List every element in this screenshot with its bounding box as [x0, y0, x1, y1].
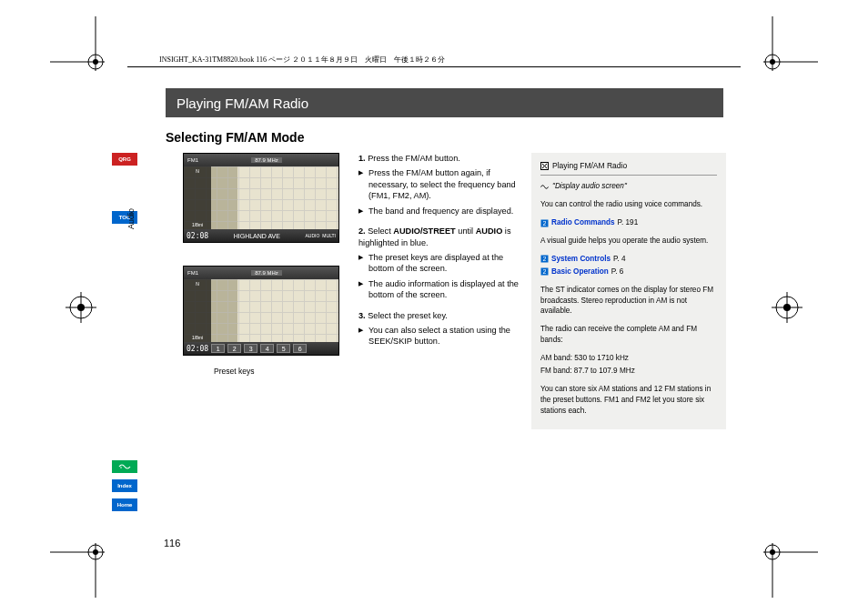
- cropmark-bottom-left: [50, 534, 114, 598]
- cropmark-bottom-right: [754, 534, 818, 598]
- link-icon: 2: [540, 219, 549, 227]
- info-p4: The radio can receive the complete AM an…: [540, 324, 717, 346]
- voice-command-icon: [540, 183, 549, 191]
- step-2-text: Select AUDIO/STREET until AUDIO is highl…: [358, 226, 511, 247]
- frequency-readout: 87.9 MHz: [251, 157, 282, 163]
- map-scale: 1/8mi: [192, 335, 203, 340]
- nav-index-button[interactable]: Index: [112, 479, 137, 492]
- step-2-sub-a: The preset keys are displayed at the bot…: [358, 252, 520, 275]
- street-name: HIGHLAND AVE: [211, 233, 302, 239]
- nav-home-button[interactable]: Home: [112, 498, 137, 511]
- info-am-band: AM band: 530 to 1710 kHz: [540, 353, 717, 364]
- band-indicator: FM1: [187, 270, 198, 276]
- preset-key-3: 3: [244, 344, 257, 353]
- svg-point-14: [765, 545, 780, 559]
- nav-screenshot-2: FM1 87.9 MHz N 1/8mi 02:08 1 2 3 4 5 6: [183, 266, 339, 356]
- svg-text:2: 2: [543, 268, 547, 275]
- svg-point-2: [88, 55, 103, 69]
- compass-north: N: [196, 168, 199, 174]
- svg-point-15: [770, 549, 775, 555]
- nav-qrg-button[interactable]: QRG: [112, 153, 137, 166]
- step-1-text: Press the FM/AM button.: [368, 154, 460, 163]
- preset-key-2: 2: [227, 344, 241, 353]
- step-1-sub-a: Press the FM/AM button again, if necessa…: [358, 167, 520, 201]
- section-label-audio: Audio: [126, 208, 136, 229]
- audio-toggle-icon: AUDIO: [306, 233, 320, 238]
- link-radio-commands[interactable]: 2 Radio Commands P. 191: [540, 217, 717, 228]
- compass-north: N: [196, 281, 199, 287]
- preset-key-1: 1: [211, 344, 225, 353]
- info-p3: The ST indicator comes on the display fo…: [540, 285, 717, 317]
- crossref-icon: [540, 162, 549, 170]
- info-p1: You can control the radio using voice co…: [540, 199, 717, 210]
- svg-point-23: [783, 304, 791, 311]
- nav-screenshot-1: FM1 87.9 MHz N 1/8mi 02:08 HIGHLAND AVE …: [183, 153, 339, 243]
- instruction-list: 1. Press the FM/AM button. Press the FM/…: [358, 153, 520, 357]
- clock-display: 02:08: [187, 232, 208, 240]
- preset-key-6: 6: [293, 344, 307, 353]
- step-3-sub-a: You can also select a station using the …: [358, 325, 520, 347]
- info-sidebar: Playing FM/AM Radio "Display audio scree…: [531, 153, 726, 429]
- multi-toggle-icon: MULTI: [322, 233, 336, 238]
- step-1-sub-b: The band and frequency are displayed.: [358, 206, 520, 216]
- instruction-step-1: 1. Press the FM/AM button. Press the FM/…: [358, 153, 520, 216]
- svg-point-3: [93, 59, 98, 65]
- link-icon: 2: [540, 255, 549, 263]
- info-fm-band: FM band: 87.7 to 107.9 MHz: [540, 366, 717, 377]
- step-2-sub-b: The audio information is displayed at th…: [358, 278, 520, 301]
- preset-key-4: 4: [260, 344, 274, 353]
- page-number: 116: [164, 538, 180, 549]
- cropmark-top-right: [754, 16, 818, 80]
- instruction-step-2: 2. Select AUDIO/STREET until AUDIO is hi…: [358, 226, 520, 301]
- preset-key-5: 5: [277, 344, 290, 353]
- band-indicator: FM1: [187, 157, 198, 163]
- info-p6: You can store six AM stations and 12 FM …: [540, 384, 717, 417]
- info-p2: A visual guide helps you operate the aud…: [540, 236, 717, 247]
- screenshot-caption: Preset keys: [214, 367, 254, 376]
- info-heading: Playing FM/AM Radio: [540, 160, 717, 171]
- step-3-text: Select the preset key.: [368, 311, 448, 320]
- svg-point-10: [88, 545, 103, 559]
- link-icon: 2: [540, 267, 549, 276]
- svg-point-6: [765, 55, 780, 69]
- svg-text:2: 2: [543, 220, 547, 226]
- svg-text:2: 2: [543, 256, 547, 262]
- voice-command-quote: "Display audio screen": [540, 181, 717, 192]
- link-basic-operation[interactable]: 2 Basic Operation P. 6: [540, 267, 717, 277]
- svg-point-7: [770, 59, 775, 65]
- svg-point-24: [120, 467, 122, 468]
- map-scale: 1/8mi: [192, 222, 203, 227]
- link-system-controls[interactable]: 2 System Controls P. 4: [540, 254, 717, 265]
- cropmark-mid-left: [66, 292, 96, 323]
- document-header-meta: INSIGHT_KA-31TM8820.book 116 ページ ２０１１年８月…: [159, 55, 445, 65]
- nav-voice-button[interactable]: [112, 460, 137, 473]
- page-title: Playing FM/AM Radio: [166, 88, 723, 117]
- cropmark-top-left: [50, 16, 114, 80]
- cropmark-mid-right: [772, 292, 802, 323]
- voice-command-icon: [118, 462, 131, 471]
- instruction-step-3: 3. Select the preset key. You can also s…: [358, 310, 520, 347]
- header-rule: [127, 66, 741, 67]
- svg-point-11: [93, 549, 98, 555]
- clock-display: 02:08: [187, 345, 208, 353]
- section-heading: Selecting FM/AM Mode: [166, 130, 304, 145]
- frequency-readout: 87.9 MHz: [251, 270, 282, 276]
- svg-point-19: [77, 304, 85, 311]
